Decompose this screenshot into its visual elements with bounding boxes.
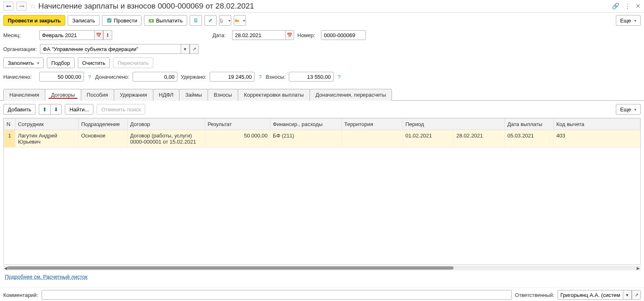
clear-button[interactable]: Очистить <box>78 58 110 68</box>
favorite-star-icon[interactable]: ☆ <box>29 2 36 11</box>
move-up-button[interactable]: ⬆ <box>39 104 50 115</box>
help-icon[interactable]: ? <box>87 74 92 80</box>
tab-accruals[interactable]: Начисления <box>3 89 45 101</box>
tab-loans[interactable]: Займы <box>179 89 208 101</box>
comment-label: Комментарий: <box>3 292 38 298</box>
forward-button[interactable]: 🠖 <box>16 2 27 11</box>
col-deduction[interactable]: Код вычета <box>554 119 640 130</box>
date-input[interactable] <box>232 30 285 40</box>
col-employee[interactable]: Сотрудник <box>15 119 79 130</box>
dropdown-icon[interactable]: ▾ <box>623 290 632 300</box>
chevron-down-icon: ▾ <box>228 18 230 23</box>
org-label: Организация: <box>3 46 37 52</box>
tab-contracts[interactable]: Договоры <box>45 89 81 101</box>
calendar-icon[interactable]: 📅 <box>285 30 294 40</box>
withheld-label: Удержано: <box>181 74 206 80</box>
tab-contributions[interactable]: Взносы <box>208 89 238 101</box>
submit-close-button[interactable]: Провести и закрыть <box>3 15 65 26</box>
cell-result: 50 000,00 <box>205 130 270 148</box>
calendar-icon[interactable]: 📅 <box>94 30 103 40</box>
month-label: Месяц: <box>3 32 36 38</box>
document-icon <box>193 18 199 23</box>
cell-n: 1 <box>4 130 15 148</box>
comment-input[interactable] <box>42 290 512 300</box>
edit-icon-button[interactable] <box>204 15 217 26</box>
recalc-button: Пересчитать <box>113 58 153 68</box>
fill-label: Заполнить <box>8 60 34 66</box>
cell-territory <box>342 130 403 148</box>
kebab-menu-icon[interactable]: ⋮ <box>624 2 631 10</box>
tab-ndfl[interactable]: НДФЛ <box>153 89 180 101</box>
open-icon[interactable]: ↗ <box>632 290 641 300</box>
table-row[interactable]: 1 Лагутин Андрей Юрьевич Основное Догово… <box>4 130 640 148</box>
accrued-value[interactable] <box>39 72 84 82</box>
scroll-thumb[interactable] <box>7 266 454 270</box>
chevron-down-icon: ▾ <box>243 18 245 23</box>
select-button[interactable]: Подбор <box>47 58 75 68</box>
close-icon[interactable]: ✕ <box>635 2 641 10</box>
number-label: Номер: <box>297 32 318 38</box>
org-input[interactable] <box>40 44 181 54</box>
submit-label: Провести <box>114 18 137 24</box>
table-container: N Сотрудник Подразделение Договор Резуль… <box>3 118 641 265</box>
document-icon-button[interactable] <box>190 15 202 26</box>
page-title: Начисление зарплаты и взносов 0000-00006… <box>38 2 609 11</box>
find-button[interactable]: Найти... <box>65 104 93 115</box>
col-n[interactable]: N <box>4 119 15 130</box>
add-button[interactable]: Добавить <box>3 104 35 115</box>
fill-button[interactable]: Заполнить ▾ <box>3 58 44 68</box>
tab-corrections[interactable]: Корректировки выплаты <box>238 89 310 101</box>
col-paydate[interactable]: Дата выплаты <box>505 119 554 130</box>
svg-point-2 <box>150 20 152 22</box>
attach-icon-button[interactable]: ▾ <box>219 15 231 26</box>
add-accrued-label: Доначислено: <box>95 74 129 80</box>
add-accrued-value[interactable] <box>133 72 177 82</box>
tab-recalculations[interactable]: Доначисления, перерасчеты <box>310 89 392 101</box>
cell-paydate: 05.03.2021 <box>505 130 554 148</box>
pay-button[interactable]: Выплатить <box>144 15 187 26</box>
sub-more-label: Еще <box>620 106 631 113</box>
dropdown-icon[interactable]: ▾ <box>181 44 190 54</box>
col-contract[interactable]: Договор <box>128 119 205 130</box>
cell-period-from: 01.02.2021 <box>403 130 454 148</box>
pay-label: Выплатить <box>156 18 183 24</box>
scroll-right-icon[interactable]: ▶ <box>636 266 641 270</box>
chevron-down-icon: ▾ <box>37 61 39 65</box>
payslip-link[interactable]: Подробнее см. Расчетный листок <box>5 274 88 280</box>
submit-button[interactable]: Провести <box>102 15 142 26</box>
save-button[interactable]: Записать <box>68 15 100 26</box>
help-icon[interactable]: ? <box>258 74 262 80</box>
move-down-button[interactable]: ⬇ <box>50 104 62 115</box>
cell-financing: БФ (211) <box>270 130 342 148</box>
contrib-label: Взносы: <box>266 74 285 80</box>
contrib-value[interactable] <box>289 72 334 82</box>
open-icon[interactable]: ↗ <box>190 44 199 54</box>
col-financing[interactable]: Финансир., расходы <box>270 119 342 130</box>
link-icon[interactable]: 🔗 <box>612 2 620 10</box>
cell-period-to: 28.02.2021 <box>454 130 505 148</box>
folder-icon-button[interactable]: ▾ <box>234 15 246 26</box>
cell-department: Основное <box>79 130 128 148</box>
col-result[interactable]: Результат <box>205 119 270 130</box>
responsible-input[interactable] <box>558 290 623 300</box>
cancel-search-button: Отменить поиск <box>97 104 145 115</box>
withheld-value[interactable] <box>210 72 255 82</box>
number-input[interactable] <box>321 30 366 40</box>
col-territory[interactable]: Территория <box>342 119 403 130</box>
submit-icon <box>106 18 112 23</box>
back-button[interactable]: 🠔 <box>3 2 14 11</box>
date-label: Дата: <box>212 32 229 38</box>
month-spin-buttons[interactable]: ▲▼ <box>103 30 112 40</box>
month-input[interactable] <box>39 30 94 40</box>
horizontal-scrollbar[interactable]: ◀ ▶ <box>3 266 641 270</box>
col-period[interactable]: Период <box>403 119 505 130</box>
more-label: Еще <box>620 18 631 24</box>
col-department[interactable]: Подразделение <box>79 119 128 130</box>
tab-benefits[interactable]: Пособия <box>81 89 114 101</box>
tab-deductions[interactable]: Удержания <box>114 89 153 101</box>
sub-more-button[interactable]: Еще ▾ <box>616 104 641 115</box>
cell-deduction: 403 <box>554 130 640 148</box>
pencil-icon <box>208 18 213 23</box>
more-button[interactable]: Еще ▾ <box>616 15 641 26</box>
help-icon[interactable]: ? <box>337 74 341 80</box>
